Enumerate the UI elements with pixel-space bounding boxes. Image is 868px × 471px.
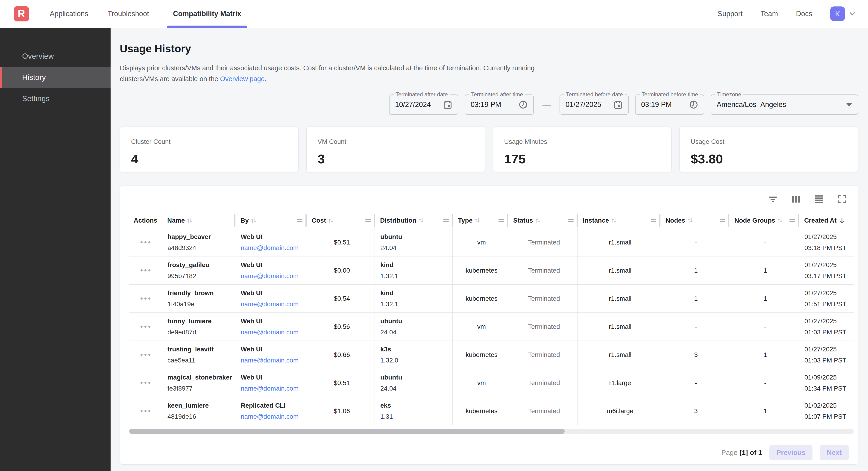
- sort-icon[interactable]: [328, 217, 333, 224]
- column-menu-icon[interactable]: [568, 219, 574, 223]
- field-value[interactable]: 03:19 PM: [641, 100, 685, 109]
- created-by-email-link[interactable]: name@domain.com: [241, 385, 303, 392]
- account-menu[interactable]: K: [830, 6, 857, 21]
- column-menu-icon[interactable]: [365, 219, 371, 223]
- column-header-status[interactable]: Status: [508, 213, 577, 228]
- docs-link[interactable]: Docs: [796, 10, 812, 18]
- column-separator[interactable]: [577, 214, 578, 227]
- field-value[interactable]: 10/27/2024: [395, 100, 439, 109]
- row-actions-button[interactable]: [138, 239, 153, 246]
- timezone-select[interactable]: Timezone America/Los_Angeles: [711, 94, 858, 115]
- field-value[interactable]: 01/27/2025: [565, 100, 610, 109]
- created-by-email-link[interactable]: name@domain.com: [241, 357, 303, 364]
- terminated-after-time-field[interactable]: Terminated after time 03:19 PM: [465, 94, 534, 115]
- table-header-row: Actions Name By Cost Distribution T: [129, 213, 854, 228]
- sidebar-item-settings[interactable]: Settings: [0, 88, 111, 109]
- terminated-after-date-field[interactable]: Terminated after date 10/27/2024: [389, 94, 458, 115]
- row-actions-button[interactable]: [138, 380, 153, 386]
- sidebar-item-overview[interactable]: Overview: [0, 46, 111, 67]
- sort-icon[interactable]: [535, 217, 540, 224]
- column-separator[interactable]: [728, 214, 729, 227]
- created-date: 01/27/2025: [804, 289, 851, 297]
- row-actions-button[interactable]: [138, 408, 153, 414]
- column-menu-icon[interactable]: [297, 219, 303, 223]
- column-separator[interactable]: [507, 214, 508, 227]
- row-actions-button[interactable]: [138, 351, 153, 358]
- column-header-distribution[interactable]: Distribution: [375, 213, 453, 228]
- tab-compatibility-matrix[interactable]: Compatibility Matrix: [167, 0, 247, 28]
- column-separator[interactable]: [374, 214, 375, 227]
- column-separator[interactable]: [659, 214, 660, 227]
- sort-icon[interactable]: [777, 217, 782, 224]
- scrollbar-thumb[interactable]: [129, 429, 565, 434]
- column-header-node-groups[interactable]: Node Groups: [729, 213, 799, 228]
- sort-icon[interactable]: [611, 217, 616, 224]
- created-time: 03:17 PM PST: [804, 272, 851, 280]
- cost-cell: $0.66: [306, 341, 375, 369]
- team-link[interactable]: Team: [761, 10, 778, 18]
- sidebar-item-history[interactable]: History: [0, 67, 111, 88]
- column-menu-icon[interactable]: [498, 219, 504, 223]
- column-menu-icon[interactable]: [443, 219, 449, 223]
- column-header-cost[interactable]: Cost: [306, 213, 375, 228]
- created-time: 01:07 PM PST: [804, 413, 851, 420]
- tab-troubleshoot[interactable]: Troubleshoot: [106, 0, 150, 28]
- clock-icon[interactable]: [689, 100, 698, 109]
- row-actions-button[interactable]: [138, 295, 153, 302]
- column-separator[interactable]: [452, 214, 453, 227]
- created-by-email-link[interactable]: name@domain.com: [241, 300, 303, 308]
- terminated-before-time-field[interactable]: Terminated before time 03:19 PM: [635, 94, 704, 115]
- calendar-icon[interactable]: [614, 100, 623, 109]
- column-separator[interactable]: [306, 214, 307, 227]
- column-header-instance[interactable]: Instance: [577, 213, 660, 228]
- overview-page-link[interactable]: Overview page: [220, 75, 265, 83]
- column-menu-icon[interactable]: [720, 219, 725, 223]
- sort-icon[interactable]: [251, 217, 256, 224]
- calendar-icon[interactable]: [443, 100, 452, 109]
- created-by-email-link[interactable]: name@domain.com: [241, 244, 303, 252]
- sort-icon[interactable]: [187, 217, 192, 224]
- column-menu-icon[interactable]: [651, 219, 656, 223]
- column-header-type[interactable]: Type: [453, 213, 508, 228]
- column-header-nodes[interactable]: Nodes: [660, 213, 729, 228]
- distribution-version: 24.04: [380, 244, 450, 252]
- created-by-email-link[interactable]: name@domain.com: [241, 272, 303, 280]
- density-icon[interactable]: [814, 194, 824, 204]
- field-value[interactable]: 03:19 PM: [471, 100, 515, 109]
- cluster-name: funny_lumiere: [167, 318, 232, 325]
- created-by-email-link[interactable]: name@domain.com: [241, 413, 303, 420]
- filter-icon[interactable]: [768, 194, 778, 204]
- sort-icon[interactable]: [688, 217, 693, 224]
- created-by-email-link[interactable]: name@domain.com: [241, 329, 303, 336]
- type-cell: vm: [453, 313, 508, 341]
- sort-icon[interactable]: [475, 217, 480, 224]
- usage-history-page: R Applications Troubleshoot Compatibilit…: [0, 0, 868, 471]
- columns-icon[interactable]: [790, 194, 801, 204]
- row-actions-button[interactable]: [138, 267, 153, 274]
- replicated-logo[interactable]: R: [14, 6, 29, 22]
- previous-button[interactable]: Previous: [769, 445, 812, 460]
- clock-icon[interactable]: [519, 100, 528, 109]
- column-header-created-at[interactable]: Created At: [799, 213, 854, 228]
- created-date: 01/02/2025: [804, 402, 851, 409]
- sort-desc-icon[interactable]: [839, 217, 845, 224]
- node-groups-cell: -: [729, 313, 799, 341]
- column-menu-icon[interactable]: [789, 219, 795, 223]
- column-separator[interactable]: [798, 214, 799, 227]
- avatar[interactable]: K: [830, 6, 845, 21]
- field-value[interactable]: America/Los_Angeles: [717, 100, 842, 109]
- dropdown-arrow-icon[interactable]: [846, 103, 852, 107]
- column-header-by[interactable]: By: [235, 213, 306, 228]
- chevron-down-icon[interactable]: [848, 10, 857, 18]
- row-actions-button[interactable]: [138, 323, 153, 330]
- support-link[interactable]: Support: [718, 10, 743, 18]
- sort-icon[interactable]: [418, 217, 424, 224]
- horizontal-scrollbar[interactable]: [129, 429, 854, 434]
- column-separator[interactable]: [234, 214, 236, 227]
- column-header-name[interactable]: Name: [162, 213, 235, 228]
- fullscreen-icon[interactable]: [837, 194, 847, 204]
- terminated-before-date-field[interactable]: Terminated before date 01/27/2025: [560, 94, 629, 115]
- tab-applications[interactable]: Applications: [49, 0, 90, 28]
- next-button[interactable]: Next: [820, 445, 849, 460]
- nodes-cell: 3: [660, 341, 729, 369]
